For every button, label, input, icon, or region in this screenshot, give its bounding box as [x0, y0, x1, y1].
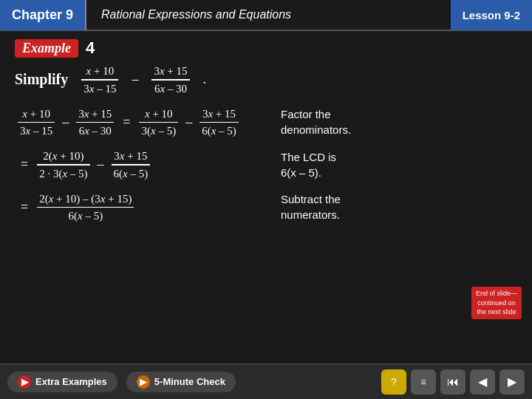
lesson-label: Lesson 9-2 [463, 9, 520, 21]
step3-frac: 2(x + 10) – (3x + 15) 6(x – 5) [37, 191, 134, 224]
prev-button[interactable]: ◀ [470, 369, 495, 395]
extra-examples-button[interactable]: ▶ Extra Examples [7, 372, 117, 392]
step3-math: = 2(x + 10) – (3x + 15) 6(x – 5) [15, 191, 266, 224]
frac2-numerator: 3x + 15 [151, 64, 189, 78]
step2-description: The LCD is 6(x – 5). [281, 149, 517, 180]
extra-examples-label: Extra Examples [35, 376, 107, 387]
simplify-expression: x + 10 3x – 15 – 3x + 15 6x – 30 . [78, 64, 211, 96]
step3-eq-prefix: = [21, 200, 28, 215]
nav-buttons: ? ≡ ⏮ ◀ ▶ [381, 369, 525, 395]
prev-prev-button[interactable]: ⏮ [440, 369, 466, 395]
step1-row: x + 10 3x – 15 – 3x + 15 6x – 30 = x + 1… [15, 106, 517, 139]
step1-frac3: x + 10 3(x – 5) [139, 106, 178, 139]
step2-math: = 2(x + 10) 2 · 3(x – 5) – 3x + 15 6(x –… [15, 149, 266, 181]
frac1-denominator: 3x – 15 [81, 81, 118, 96]
simplify-text: Simplify [15, 71, 68, 88]
menu-button[interactable]: ≡ [411, 369, 436, 395]
five-minute-check-label: 5-Minute Check [154, 376, 225, 387]
chapter-label: Chapter 9 [12, 7, 73, 23]
example-number: 4 [86, 38, 95, 58]
five-minute-check-button[interactable]: ▶ 5-Minute Check [126, 372, 236, 392]
period: . [203, 72, 207, 87]
end-of-slide-text: End of slide— continued on the next slid… [476, 290, 517, 316]
example-label-row: Example 4 [15, 38, 517, 58]
lesson-badge: Lesson 9-2 [451, 0, 532, 30]
fraction-1: x + 10 3x – 15 [81, 64, 118, 96]
step2-minus: – [98, 157, 104, 172]
chapter-badge: Chapter 9 [0, 0, 86, 30]
five-minute-check-icon: ▶ [137, 375, 150, 389]
step2-row: = 2(x + 10) 2 · 3(x – 5) – 3x + 15 6(x –… [15, 149, 517, 181]
header: Chapter 9 Rational Expressions and Equat… [0, 0, 532, 31]
minus-op-1: – [132, 72, 138, 87]
fraction-2: 3x + 15 6x – 30 [151, 64, 189, 96]
step1-frac4: 3x + 15 6(x – 5) [200, 106, 239, 139]
step3-row: = 2(x + 10) – (3x + 15) 6(x – 5) Subtrac… [15, 191, 517, 224]
header-title: Rational Expressions and Equations [86, 8, 451, 21]
next-button[interactable]: ▶ [499, 369, 525, 395]
frac2-denominator: 6x – 30 [152, 81, 189, 96]
end-of-slide-note: End of slide— continued on the next slid… [471, 287, 522, 319]
step2-eq-prefix: = [21, 157, 28, 172]
example-box: Example [15, 39, 78, 58]
step1-minus: – [62, 115, 69, 130]
step1-eq: = [123, 115, 130, 130]
help-button[interactable]: ? [381, 369, 406, 395]
step2-frac2: 3x + 15 6(x – 5) [112, 149, 151, 181]
step1-frac2: 3x + 15 6x – 30 [76, 106, 114, 139]
step1-math: x + 10 3x – 15 – 3x + 15 6x – 30 = x + 1… [15, 106, 266, 139]
main-content: Example 4 Simplify x + 10 3x – 15 – 3x +… [0, 31, 532, 364]
frac1-numerator: x + 10 [84, 64, 117, 78]
step3-description: Subtract the numerators. [281, 191, 517, 222]
step1-description: Factor the denominators. [281, 106, 517, 137]
step1-minus2: – [185, 115, 192, 130]
step1-frac1: x + 10 3x – 15 [18, 106, 55, 139]
footer: ▶ Extra Examples ▶ 5-Minute Check ? ≡ ⏮ … [0, 364, 532, 399]
step2-frac1: 2(x + 10) 2 · 3(x – 5) [37, 149, 89, 181]
extra-examples-icon: ▶ [18, 375, 31, 389]
simplify-row: Simplify x + 10 3x – 15 – 3x + 15 6x – 3… [15, 64, 517, 96]
